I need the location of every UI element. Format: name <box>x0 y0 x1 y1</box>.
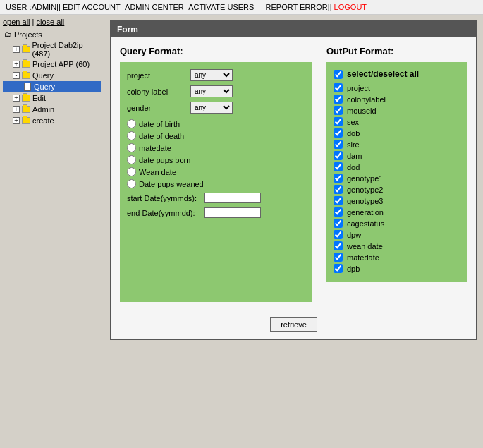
checkbox-sex[interactable] <box>334 117 343 126</box>
checkbox-colonylabel[interactable] <box>334 95 343 104</box>
edit-account-link[interactable]: EDIT ACCOUNT <box>63 3 121 11</box>
output-row-generation: generation <box>334 207 460 217</box>
query-section: Query Format: project any colony label <box>120 46 312 302</box>
sidebar-item-dab2ip[interactable]: + Project Dab2ip (487) <box>3 40 101 59</box>
output-row-dod: dod <box>334 162 460 171</box>
form-panel-header: Form <box>111 22 476 37</box>
checkbox-cagestatus[interactable] <box>334 219 343 228</box>
checkbox-dam[interactable] <box>334 151 343 160</box>
start-date-label: start Date(yymmds): <box>127 194 204 202</box>
open-all-link[interactable]: open all <box>3 18 30 26</box>
expand-icon-query: - <box>13 72 20 79</box>
radio-date-of-birth[interactable] <box>127 119 136 128</box>
form-body: Query Format: project any colony label <box>111 37 476 310</box>
start-date-input[interactable] <box>204 193 261 203</box>
checkbox-dod[interactable] <box>334 162 343 171</box>
admin-center-link[interactable]: ADMIN CENTER <box>125 3 184 11</box>
output-dod-label: dod <box>347 163 360 171</box>
expand-icon-create: + <box>13 117 20 124</box>
sidebar-item-create[interactable]: + create <box>3 115 101 126</box>
gender-row: gender any <box>127 102 305 114</box>
output-row-dob: dob <box>334 128 460 138</box>
output-wean-date-label: wean date <box>347 242 383 250</box>
output-dpb-label: dpb <box>347 265 360 273</box>
start-date-row: start Date(yymmds): <box>127 193 305 203</box>
output-row-sex: sex <box>334 117 460 126</box>
create-label: create <box>32 116 54 125</box>
radio-pups-born: date pups born <box>127 155 305 164</box>
sidebar-controls: open all | close all <box>3 18 101 26</box>
select-all-row: select/deselect all <box>334 69 460 79</box>
checkbox-sire[interactable] <box>334 140 343 149</box>
admin-label: Admin <box>32 105 54 114</box>
end-date-input[interactable] <box>204 207 261 218</box>
checkbox-genotype1[interactable] <box>334 174 343 183</box>
close-all-link[interactable]: close all <box>37 18 65 26</box>
radio-matedate-label: matedate <box>139 144 171 152</box>
radio-wean-date: Wean date <box>127 167 305 176</box>
radio-date-of-death[interactable] <box>127 131 136 140</box>
folder-icon-create <box>21 116 31 126</box>
topbar: USER :ADMIN|| EDIT ACCOUNT ADMIN CENTER … <box>0 0 483 15</box>
activate-users-link[interactable]: ACTIVATE USERS <box>188 3 254 11</box>
radio-dob: date of birth <box>127 119 305 128</box>
sidebar-item-admin[interactable]: + Admin <box>3 104 101 115</box>
output-dob-label: dob <box>347 129 360 138</box>
colony-label-select[interactable]: any <box>190 85 233 97</box>
sidebar-item-projects[interactable]: 🗂 Projects <box>3 29 101 40</box>
gender-select[interactable]: any <box>190 102 233 114</box>
project-select[interactable]: any <box>190 69 233 81</box>
logout-link[interactable]: LOGOUT <box>334 3 367 11</box>
sidebar-item-query-child[interactable]: Query <box>3 81 101 92</box>
radio-group: date of birth date of death matedate <box>127 119 305 188</box>
sidebar-item-edit[interactable]: + Edit <box>3 92 101 104</box>
sidebar-item-app[interactable]: + Project APP (60) <box>3 59 101 70</box>
checkbox-dob[interactable] <box>334 128 343 138</box>
checkbox-generation[interactable] <box>334 207 343 217</box>
checkbox-mouseid[interactable] <box>334 106 343 115</box>
radio-matedate[interactable] <box>127 143 136 152</box>
sidebar: open all | close all 🗂 Projects + Projec… <box>0 15 104 446</box>
output-row-genotype3: genotype3 <box>334 196 460 205</box>
checkbox-genotype3[interactable] <box>334 196 343 205</box>
folder-icon-query <box>21 71 31 80</box>
retrieve-row: retrieve <box>111 310 476 339</box>
output-row-mouseid: mouseid <box>334 106 460 115</box>
checkbox-wean-date[interactable] <box>334 241 343 250</box>
retrieve-button[interactable]: retrieve <box>270 317 317 332</box>
checkbox-matedate[interactable] <box>334 253 343 262</box>
radio-wean-date-label: Wean date <box>139 168 176 176</box>
sidebar-item-query-parent[interactable]: - Query <box>3 70 101 81</box>
page-icon-query <box>23 82 32 92</box>
main-layout: open all | close all 🗂 Projects + Projec… <box>0 15 483 446</box>
user-label: USER :ADMIN|| <box>6 3 61 11</box>
checkbox-dpb[interactable] <box>334 264 343 273</box>
radio-wean-date[interactable] <box>127 167 136 176</box>
output-row-colonylabel: colonylabel <box>334 95 460 104</box>
expand-icon-admin: + <box>13 106 20 113</box>
radio-date-pups-born[interactable] <box>127 155 136 164</box>
query-parent-label: Query <box>32 71 54 80</box>
gender-label: gender <box>127 104 190 112</box>
checkbox-dpw[interactable] <box>334 230 343 239</box>
radio-dob-label: date of birth <box>139 120 180 128</box>
expand-icon-app: + <box>13 61 20 68</box>
radio-date-pups-weaned[interactable] <box>127 179 136 188</box>
select-all-checkbox[interactable] <box>334 70 343 79</box>
app-label: Project APP (60) <box>32 60 90 68</box>
report-error-label: REPORT ERROR|| <box>266 3 332 11</box>
output-row-genotype2: genotype2 <box>334 185 460 194</box>
output-sex-label: sex <box>347 118 359 126</box>
checkbox-genotype2[interactable] <box>334 185 343 194</box>
output-row-dpb: dpb <box>334 264 460 273</box>
output-section: OutPut Format: select/deselect all proje… <box>326 46 467 302</box>
end-date-row: end Date(yymmdd): <box>127 207 305 218</box>
projects-icon: 🗂 <box>3 30 13 40</box>
output-colonylabel-label: colonylabel <box>347 95 386 104</box>
folder-icon-edit <box>21 93 31 103</box>
output-genotype1-label: genotype1 <box>347 174 383 183</box>
checkbox-project[interactable] <box>334 83 343 92</box>
radio-dod: date of death <box>127 131 305 140</box>
project-row: project any <box>127 69 305 81</box>
expand-icon-dab2ip: + <box>13 46 20 53</box>
